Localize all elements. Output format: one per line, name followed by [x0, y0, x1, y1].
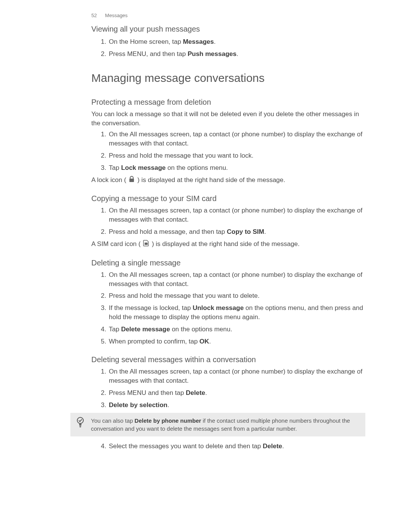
- list-item: On the All messages screen, tap a contac…: [108, 130, 365, 148]
- section-heading-copysim: Copying a message to your SIM card: [91, 193, 365, 204]
- protect-after-post: ) is displayed at the right hand side of…: [135, 176, 285, 184]
- section-heading-delete-single: Deleting a single message: [91, 257, 365, 268]
- push-steps: On the Home screen, tap Messages.Press M…: [91, 37, 365, 59]
- delete-several-steps-a: On the All messages screen, tap a contac…: [91, 367, 365, 409]
- svg-rect-0: [129, 179, 134, 182]
- list-item: Press and hold a message, and then tap C…: [108, 227, 365, 236]
- protect-intro: You can lock a message so that it will n…: [91, 110, 365, 128]
- list-item: On the Home screen, tap Messages.: [108, 37, 365, 46]
- page-header: 52 Messages: [91, 12, 365, 19]
- lightbulb-icon: [75, 416, 86, 430]
- list-item: On the All messages screen, tap a contac…: [108, 270, 365, 289]
- page-title-managing: Managing message conversations: [91, 70, 365, 86]
- delete-several-steps-b: Select the messages you want to delete a…: [91, 442, 365, 451]
- list-item: When prompted to confirm, tap OK.: [108, 337, 365, 346]
- delete-single-steps: On the All messages screen, tap a contac…: [91, 270, 365, 346]
- section-heading-delete-several: Deleting several messages within a conve…: [91, 354, 365, 365]
- tip-pre: You can also tap: [91, 417, 135, 424]
- list-item: Press and hold the message that you want…: [108, 151, 365, 160]
- chapter-name: Messages: [105, 13, 127, 18]
- list-item: On the All messages screen, tap a contac…: [108, 206, 365, 224]
- protect-steps: On the All messages screen, tap a contac…: [91, 130, 365, 172]
- svg-rect-1: [145, 243, 148, 245]
- svg-rect-3: [79, 424, 81, 425]
- list-item: Press and hold the message that you want…: [108, 291, 365, 300]
- copysim-after: A SIM card icon ( ) is displayed at the …: [91, 240, 365, 249]
- section-heading-push: Viewing all your push messages: [91, 24, 365, 34]
- list-item: Tap Lock message on the options menu.: [108, 163, 365, 173]
- copysim-steps: On the All messages screen, tap a contac…: [91, 206, 365, 236]
- page-number: 52: [91, 13, 97, 18]
- tip-bold: Delete by phone number: [135, 417, 201, 424]
- copysim-after-pre: A SIM card icon (: [91, 240, 142, 248]
- list-item: On the All messages screen, tap a contac…: [108, 367, 365, 385]
- list-item: Delete by selection.: [108, 401, 365, 410]
- protect-after: A lock icon ( ) is displayed at the righ…: [91, 176, 365, 185]
- list-item: Select the messages you want to delete a…: [108, 442, 365, 451]
- protect-after-pre: A lock icon (: [91, 176, 128, 184]
- tip-text: You can also tap Delete by phone number …: [91, 417, 360, 433]
- list-item: Press MENU, and then tap Push messages.: [108, 50, 365, 59]
- sim-card-icon: [143, 240, 149, 249]
- svg-rect-5: [80, 427, 81, 427]
- list-item: If the message is locked, tap Unlock mes…: [108, 304, 365, 322]
- list-item: Tap Delete message on the options menu.: [108, 325, 365, 334]
- svg-point-2: [77, 417, 83, 423]
- list-item: Press MENU and then tap Delete.: [108, 388, 365, 398]
- svg-rect-4: [80, 425, 81, 426]
- tip-callout: You can also tap Delete by phone number …: [70, 413, 365, 436]
- lock-icon: [129, 176, 135, 185]
- copysim-after-post: ) is displayed at the right hand side of…: [150, 240, 299, 248]
- section-heading-protect: Protecting a message from deletion: [91, 97, 365, 107]
- document-page: 52 Messages Viewing all your push messag…: [0, 0, 411, 532]
